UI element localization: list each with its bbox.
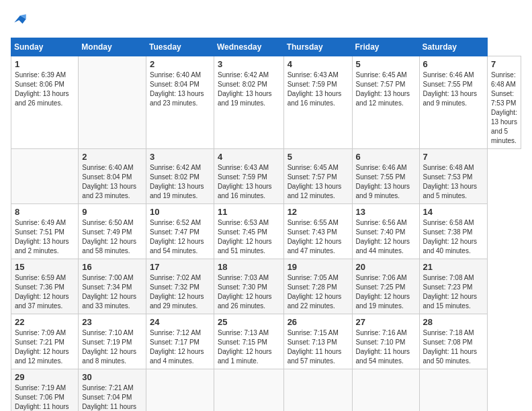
day-info: Sunrise: 6:52 AMSunset: 7:47 PMDaylight:…	[150, 219, 204, 255]
day-cell-23: 23Sunrise: 7:10 AMSunset: 7:19 PMDayligh…	[79, 314, 146, 369]
day-cell-20: 20Sunrise: 7:06 AMSunset: 7:25 PMDayligh…	[352, 259, 419, 314]
day-info: Sunrise: 7:05 AMSunset: 7:28 PMDaylight:…	[287, 274, 342, 310]
day-cell-2: 2Sunrise: 6:40 AMSunset: 8:04 PMDaylight…	[146, 56, 214, 149]
day-num: 5	[356, 59, 416, 69]
day-info: Sunrise: 7:02 AMSunset: 7:32 PMDaylight:…	[150, 274, 204, 310]
day-info: Sunrise: 7:10 AMSunset: 7:19 PMDaylight:…	[82, 329, 136, 365]
day-cell-8: 8Sunrise: 6:49 AMSunset: 7:51 PMDaylight…	[11, 204, 79, 259]
day-info: Sunrise: 6:53 AMSunset: 7:45 PMDaylight:…	[218, 219, 272, 255]
day-num: 7	[491, 59, 517, 69]
day-num: 28	[423, 317, 484, 327]
day-num: 10	[150, 207, 210, 217]
col-header-monday: Monday	[79, 38, 146, 56]
day-cell-24: 24Sunrise: 7:12 AMSunset: 7:17 PMDayligh…	[146, 314, 214, 369]
calendar-table: SundayMondayTuesdayWednesdayThursdayFrid…	[11, 38, 521, 411]
day-cell-2: 2Sunrise: 6:40 AMSunset: 8:04 PMDaylight…	[79, 149, 146, 204]
day-info: Sunrise: 6:43 AMSunset: 7:59 PMDaylight:…	[218, 164, 272, 199]
day-info: Sunrise: 6:56 AMSunset: 7:40 PMDaylight:…	[356, 219, 410, 255]
col-header-friday: Friday	[352, 38, 419, 56]
day-num: 4	[287, 59, 349, 69]
day-info: Sunrise: 7:18 AMSunset: 7:08 PMDaylight:…	[423, 329, 478, 365]
day-num: 29	[15, 372, 75, 382]
day-num: 1	[15, 59, 75, 69]
day-info: Sunrise: 6:59 AMSunset: 7:36 PMDaylight:…	[15, 274, 69, 310]
day-info: Sunrise: 7:06 AMSunset: 7:25 PMDaylight:…	[356, 274, 410, 310]
empty-cell	[352, 369, 419, 412]
day-num: 3	[150, 152, 210, 162]
day-cell-5: 5Sunrise: 6:45 AMSunset: 7:57 PMDaylight…	[283, 149, 352, 204]
day-info: Sunrise: 7:09 AMSunset: 7:21 PMDaylight:…	[15, 329, 69, 365]
empty-cell	[146, 369, 214, 412]
day-num: 11	[218, 207, 280, 217]
day-cell-3: 3Sunrise: 6:42 AMSunset: 8:02 PMDaylight…	[146, 149, 214, 204]
day-num: 8	[15, 207, 75, 217]
day-num: 2	[150, 59, 210, 69]
day-num: 4	[218, 152, 280, 162]
day-cell-30: 30Sunrise: 7:21 AMSunset: 7:04 PMDayligh…	[79, 369, 146, 412]
col-header-saturday: Saturday	[419, 38, 488, 56]
day-num: 22	[15, 317, 75, 327]
day-cell-6: 6Sunrise: 6:46 AMSunset: 7:55 PMDaylight…	[419, 56, 488, 149]
col-header-sunday: Sunday	[11, 38, 79, 56]
empty-cell	[419, 369, 488, 412]
day-cell-17: 17Sunrise: 7:02 AMSunset: 7:32 PMDayligh…	[146, 259, 214, 314]
day-cell-16: 16Sunrise: 7:00 AMSunset: 7:34 PMDayligh…	[79, 259, 146, 314]
day-info: Sunrise: 6:39 AMSunset: 8:06 PMDaylight:…	[15, 71, 69, 107]
day-cell-1: 1Sunrise: 6:39 AMSunset: 8:06 PMDaylight…	[11, 56, 79, 149]
day-info: Sunrise: 6:43 AMSunset: 7:59 PMDaylight:…	[287, 71, 342, 107]
day-num: 18	[218, 262, 280, 272]
day-info: Sunrise: 6:40 AMSunset: 8:04 PMDaylight:…	[150, 71, 204, 107]
day-cell-9: 9Sunrise: 6:50 AMSunset: 7:49 PMDaylight…	[79, 204, 146, 259]
day-num: 12	[287, 207, 349, 217]
day-num: 23	[82, 317, 142, 327]
day-num: 30	[82, 372, 142, 382]
day-num: 17	[150, 262, 210, 272]
day-info: Sunrise: 6:45 AMSunset: 7:57 PMDaylight:…	[287, 164, 342, 199]
day-info: Sunrise: 7:03 AMSunset: 7:30 PMDaylight:…	[218, 274, 272, 310]
col-header-wednesday: Wednesday	[214, 38, 283, 56]
day-num: 6	[423, 59, 484, 69]
day-info: Sunrise: 6:40 AMSunset: 8:04 PMDaylight:…	[82, 164, 136, 199]
day-cell-15: 15Sunrise: 6:59 AMSunset: 7:36 PMDayligh…	[11, 259, 79, 314]
day-num: 25	[218, 317, 280, 327]
day-cell-21: 21Sunrise: 7:08 AMSunset: 7:23 PMDayligh…	[419, 259, 488, 314]
day-cell-6: 6Sunrise: 6:46 AMSunset: 7:55 PMDaylight…	[352, 149, 419, 204]
page-header	[11, 11, 521, 30]
day-num: 5	[287, 152, 349, 162]
day-cell-19: 19Sunrise: 7:05 AMSunset: 7:28 PMDayligh…	[283, 259, 352, 314]
day-cell-27: 27Sunrise: 7:16 AMSunset: 7:10 PMDayligh…	[352, 314, 419, 369]
day-cell-26: 26Sunrise: 7:15 AMSunset: 7:13 PMDayligh…	[283, 314, 352, 369]
day-info: Sunrise: 7:00 AMSunset: 7:34 PMDaylight:…	[82, 274, 136, 310]
empty-cell	[214, 369, 283, 412]
day-info: Sunrise: 7:21 AMSunset: 7:04 PMDaylight:…	[82, 384, 136, 411]
day-num: 21	[423, 262, 484, 272]
day-num: 19	[287, 262, 349, 272]
day-cell-12: 12Sunrise: 6:55 AMSunset: 7:43 PMDayligh…	[283, 204, 352, 259]
day-info: Sunrise: 6:45 AMSunset: 7:57 PMDaylight:…	[356, 71, 410, 107]
day-info: Sunrise: 7:19 AMSunset: 7:06 PMDaylight:…	[15, 384, 69, 411]
logo-icon	[11, 11, 30, 30]
col-header-tuesday: Tuesday	[146, 38, 214, 56]
day-info: Sunrise: 6:46 AMSunset: 7:55 PMDaylight:…	[356, 164, 410, 199]
day-cell-4: 4Sunrise: 6:43 AMSunset: 7:59 PMDaylight…	[283, 56, 352, 149]
logo	[11, 11, 32, 30]
day-info: Sunrise: 6:58 AMSunset: 7:38 PMDaylight:…	[423, 219, 478, 255]
day-info: Sunrise: 7:16 AMSunset: 7:10 PMDaylight:…	[356, 329, 410, 365]
day-num: 2	[82, 152, 142, 162]
day-num: 24	[150, 317, 210, 327]
day-info: Sunrise: 6:50 AMSunset: 7:49 PMDaylight:…	[82, 219, 136, 255]
empty-cell	[79, 56, 146, 149]
day-num: 7	[423, 152, 484, 162]
day-cell-29: 29Sunrise: 7:19 AMSunset: 7:06 PMDayligh…	[11, 369, 79, 412]
day-info: Sunrise: 7:13 AMSunset: 7:15 PMDaylight:…	[218, 329, 272, 365]
day-info: Sunrise: 6:42 AMSunset: 8:02 PMDaylight:…	[218, 71, 272, 107]
day-cell-22: 22Sunrise: 7:09 AMSunset: 7:21 PMDayligh…	[11, 314, 79, 369]
day-info: Sunrise: 6:48 AMSunset: 7:53 PMDaylight:…	[423, 164, 478, 199]
day-cell-11: 11Sunrise: 6:53 AMSunset: 7:45 PMDayligh…	[214, 204, 283, 259]
day-num: 26	[287, 317, 349, 327]
day-cell-18: 18Sunrise: 7:03 AMSunset: 7:30 PMDayligh…	[214, 259, 283, 314]
day-num: 13	[356, 207, 416, 217]
day-cell-10: 10Sunrise: 6:52 AMSunset: 7:47 PMDayligh…	[146, 204, 214, 259]
empty-cell	[11, 149, 79, 204]
day-num: 3	[218, 59, 280, 69]
